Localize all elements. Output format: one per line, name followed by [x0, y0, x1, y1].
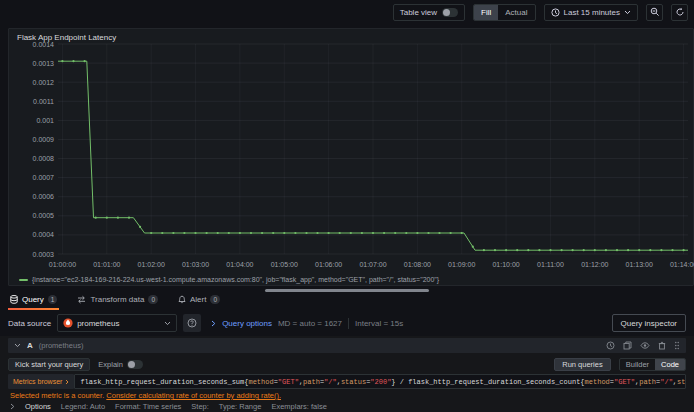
tab-query[interactable]: Query 1 [8, 288, 59, 310]
datasource-help-button[interactable] [183, 314, 201, 332]
refresh-button[interactable] [671, 4, 688, 21]
svg-text:0.0012: 0.0012 [33, 79, 55, 86]
svg-text:01:09:00: 01:09:00 [448, 261, 475, 268]
svg-text:01:11:00: 01:11:00 [537, 261, 564, 268]
metrics-browser-button[interactable]: Metrics browser [8, 374, 74, 389]
option-exemplars: Exemplars: false [271, 402, 326, 411]
query-options-toggle[interactable]: Query options MD = auto = 1627 Interval … [211, 318, 403, 329]
query-options-footer[interactable]: Options Legend: Auto Format: Time series… [10, 402, 327, 411]
svg-text:0.0011: 0.0011 [33, 98, 54, 105]
question-circle-icon [187, 318, 197, 328]
svg-text:01:00:00: 01:00:00 [49, 261, 76, 268]
builder-button[interactable]: Builder [620, 359, 655, 370]
query-options-label: Query options [222, 319, 272, 328]
svg-text:01:04:00: 01:04:00 [226, 261, 253, 268]
latency-chart: 0.00140.00130.00120.00110.0010.00090.000… [9, 41, 694, 273]
run-queries-button[interactable]: Run queries [554, 358, 610, 371]
tab-transform-count: 0 [148, 295, 158, 304]
svg-text:01:12:00: 01:12:00 [581, 261, 608, 268]
table-view-group: Table view [393, 4, 465, 21]
svg-text:01:06:00: 01:06:00 [315, 261, 342, 268]
query-row-header[interactable]: A (prometheus) [8, 338, 686, 353]
svg-text:01:13:00: 01:13:00 [626, 261, 653, 268]
explain-toggle[interactable] [127, 360, 143, 369]
chevron-right-icon [10, 403, 15, 410]
svg-text:01:02:00: 01:02:00 [138, 261, 165, 268]
tab-alert[interactable]: Alert 0 [176, 288, 222, 310]
builder-code-group: Builder Code [619, 358, 686, 371]
divider [348, 318, 349, 329]
svg-text:0.0004: 0.0004 [33, 231, 55, 238]
options-label: Options [25, 402, 51, 411]
chevron-right-icon [65, 379, 69, 385]
query-row-actions [606, 341, 680, 350]
svg-text:01:10:00: 01:10:00 [492, 261, 519, 268]
datasource-row: Data source prometheus Query option [0, 312, 694, 334]
trash-icon[interactable] [658, 341, 666, 350]
svg-text:0.0009: 0.0009 [33, 136, 55, 143]
metrics-browser-label: Metrics browser [13, 378, 62, 385]
eye-icon[interactable] [640, 341, 650, 350]
svg-text:0.0003: 0.0003 [33, 251, 55, 258]
promql-editor-row: Metrics browser flask_http_request_durat… [8, 374, 686, 389]
option-step: Step: [191, 402, 209, 411]
timeseries-panel: Flask App Endpoint Latency 0.00140.00130… [8, 28, 694, 286]
code-button[interactable]: Code [655, 359, 685, 370]
time-range-picker[interactable]: Last 15 minutes [544, 4, 638, 21]
bell-icon [178, 295, 186, 304]
option-type: Type: Range [219, 402, 262, 411]
legend-item[interactable]: {instance="ec2-184-169-216-224.us-west-1… [19, 276, 439, 283]
tab-transform-data[interactable]: Transform data 0 [75, 288, 160, 310]
svg-text:01:03:00: 01:03:00 [182, 261, 209, 268]
explain-label: Explain [98, 360, 123, 369]
copy-icon[interactable] [623, 341, 632, 350]
svg-text:0.0005: 0.0005 [33, 212, 55, 219]
query-inspector-button[interactable]: Query inspector [612, 314, 686, 332]
table-view-toggle[interactable] [442, 8, 458, 17]
counter-warning-text: Selected metric is a counter. [10, 391, 104, 400]
datasource-value: prometheus [77, 319, 160, 328]
svg-text:0.0014: 0.0014 [33, 41, 55, 48]
fill-button[interactable]: Fill [474, 5, 498, 20]
actual-button[interactable]: Actual [498, 5, 534, 20]
refresh-icon [675, 7, 685, 17]
drag-handle-icon[interactable] [674, 341, 680, 350]
tab-alert-label: Alert [190, 295, 206, 304]
explain-group: Explain [98, 360, 143, 369]
svg-text:01:07:00: 01:07:00 [359, 261, 386, 268]
panel-edit-topbar: Table view Fill Actual Last 15 minutes [0, 0, 694, 24]
query-toolbar: Kick start your query Explain Run querie… [8, 357, 686, 372]
query-expression: flask_http_request_duration_seconds_sum{… [80, 378, 686, 386]
grafana-panel-edit-view: Table view Fill Actual Last 15 minutes [0, 0, 694, 412]
option-format: Format: Time series [115, 402, 181, 411]
caret-down-icon [624, 10, 631, 15]
chevron-right-icon [211, 320, 216, 327]
zoom-out-button[interactable] [646, 4, 663, 21]
svg-text:01:14:00: 01:14:00 [670, 261, 694, 268]
query-expression-input[interactable]: flask_http_request_duration_seconds_sum{… [74, 374, 686, 389]
tab-query-label: Query [22, 295, 44, 304]
chevron-down-icon[interactable] [14, 343, 21, 348]
svg-text:0.0006: 0.0006 [33, 193, 55, 200]
svg-text:0.001: 0.001 [36, 117, 54, 124]
tab-query-count: 1 [48, 295, 58, 304]
counter-warning: Selected metric is a counter. Consider c… [10, 391, 281, 400]
tab-alert-count: 0 [210, 295, 220, 304]
database-icon [10, 295, 18, 304]
interval-summary: Interval = 15s [355, 319, 403, 328]
fill-actual-group: Fill Actual [473, 4, 535, 21]
table-view-label: Table view [400, 8, 437, 17]
query-datasource-hint: (prometheus) [39, 341, 84, 350]
prometheus-logo-icon [63, 318, 73, 328]
counter-warning-link[interactable]: Consider calculating rate of counter by … [106, 391, 281, 400]
legend-series-color [19, 279, 28, 281]
caret-down-icon [164, 321, 171, 326]
svg-text:01:01:00: 01:01:00 [93, 261, 120, 268]
transform-icon [77, 295, 86, 304]
time-range-label: Last 15 minutes [564, 8, 620, 17]
tab-transform-label: Transform data [90, 295, 144, 304]
kick-start-query-button[interactable]: Kick start your query [8, 358, 90, 371]
clock-icon [551, 8, 560, 17]
datasource-picker[interactable]: prometheus [57, 314, 177, 332]
history-icon[interactable] [606, 341, 615, 350]
